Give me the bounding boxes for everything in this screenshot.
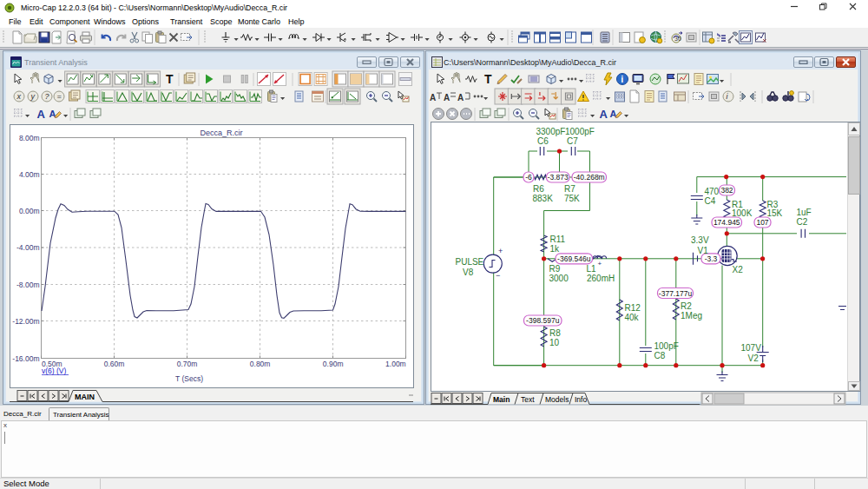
- svg-text:-377.177u: -377.177u: [659, 289, 693, 298]
- svg-text:30: 30: [674, 36, 681, 42]
- svg-text:0.00m: 0.00m: [19, 207, 40, 215]
- svg-text:R9: R9: [549, 264, 561, 274]
- svg-text:C6: C6: [537, 136, 549, 146]
- svg-text:3300pF: 3300pF: [536, 127, 566, 136]
- svg-text:T: T: [484, 72, 492, 86]
- svg-text:A: A: [444, 93, 450, 102]
- svg-text:V1: V1: [698, 246, 709, 255]
- svg-text:Text: Text: [521, 394, 535, 403]
- svg-text:174.945: 174.945: [713, 218, 740, 227]
- svg-text:1.00m: 1.00m: [385, 360, 406, 368]
- svg-text:+: +: [498, 247, 503, 255]
- svg-text:A: A: [430, 93, 436, 102]
- svg-text:382: 382: [720, 186, 733, 195]
- svg-text:R11: R11: [550, 235, 566, 244]
- svg-text:883K: 883K: [533, 194, 554, 203]
- svg-text:A: A: [457, 93, 464, 102]
- svg-text:-398.597u: -398.597u: [526, 316, 560, 325]
- svg-text:107V: 107V: [741, 343, 762, 353]
- svg-text:MAIN: MAIN: [75, 392, 95, 400]
- svg-text:-369.546u: -369.546u: [557, 254, 591, 263]
- svg-text:15K: 15K: [767, 208, 783, 218]
- svg-text:1000pF: 1000pF: [565, 127, 595, 136]
- svg-text:3.3V: 3.3V: [691, 235, 709, 245]
- svg-text:-12.00m: -12.00m: [12, 317, 39, 326]
- svg-text:470: 470: [705, 187, 720, 196]
- svg-text:-40.268m: -40.268m: [574, 173, 605, 182]
- svg-text:v(6) (V): v(6) (V): [42, 367, 67, 375]
- svg-text:Models: Models: [545, 394, 569, 403]
- svg-text:-16.00m: -16.00m: [12, 354, 39, 363]
- svg-text:75K: 75K: [564, 194, 580, 203]
- svg-text:R2: R2: [681, 301, 692, 311]
- svg-text:R6: R6: [533, 184, 544, 194]
- svg-text:L1: L1: [587, 264, 597, 274]
- svg-text:PULSE: PULSE: [456, 257, 484, 267]
- svg-text:-4.00m: -4.00m: [16, 243, 39, 252]
- svg-text:C8: C8: [654, 351, 666, 360]
- svg-text:=: =: [56, 92, 61, 101]
- svg-text:3000: 3000: [549, 274, 569, 283]
- svg-text:V2: V2: [748, 354, 760, 363]
- svg-text:i: i: [621, 74, 623, 84]
- svg-text:C2: C2: [797, 217, 808, 227]
- svg-text:107: 107: [756, 218, 768, 227]
- svg-text:-8.00m: -8.00m: [16, 281, 39, 289]
- svg-text:1k: 1k: [550, 244, 561, 254]
- svg-text:R8: R8: [549, 328, 561, 338]
- svg-text:T (Secs): T (Secs): [175, 374, 203, 383]
- svg-text:100pF: 100pF: [654, 341, 679, 351]
- svg-text:0.70m: 0.70m: [177, 360, 198, 368]
- svg-text:R3: R3: [767, 200, 779, 209]
- svg-text:C7: C7: [567, 136, 578, 146]
- svg-text:Info: Info: [575, 394, 587, 403]
- svg-text:260mH: 260mH: [587, 274, 615, 283]
- svg-text:Main: Main: [493, 394, 510, 403]
- svg-text:-3.873: -3.873: [548, 173, 569, 182]
- svg-text:-6: -6: [525, 173, 532, 182]
- svg-text:10: 10: [549, 338, 560, 347]
- svg-text:V8: V8: [463, 268, 474, 277]
- svg-text:X2: X2: [733, 265, 744, 274]
- svg-text:y: y: [30, 92, 35, 101]
- svg-text:4.00m: 4.00m: [19, 170, 40, 179]
- svg-text:R1: R1: [732, 200, 743, 209]
- svg-text:x: x: [16, 92, 21, 101]
- svg-text:A: A: [600, 108, 608, 121]
- svg-text:0.90m: 0.90m: [323, 360, 344, 368]
- svg-text:8.00m: 8.00m: [19, 134, 40, 142]
- svg-text:-3.3: -3.3: [705, 254, 718, 263]
- svg-text:R7: R7: [564, 184, 575, 194]
- svg-text:+: +: [598, 260, 602, 268]
- svg-text:C4: C4: [705, 196, 716, 206]
- svg-text:0.60m: 0.60m: [104, 360, 125, 368]
- svg-text:A: A: [37, 108, 46, 121]
- svg-text:0.80m: 0.80m: [250, 360, 271, 368]
- svg-text:1uF: 1uF: [797, 208, 812, 217]
- svg-text:?: ?: [44, 92, 49, 101]
- svg-text:40k: 40k: [625, 313, 640, 322]
- svg-text:Decca_R.cir: Decca_R.cir: [200, 129, 242, 137]
- svg-text:100K: 100K: [732, 208, 753, 218]
- svg-text:1Meg: 1Meg: [681, 311, 702, 320]
- svg-text:−: −: [496, 271, 500, 280]
- svg-text:R12: R12: [625, 303, 641, 313]
- svg-text:T: T: [166, 72, 174, 86]
